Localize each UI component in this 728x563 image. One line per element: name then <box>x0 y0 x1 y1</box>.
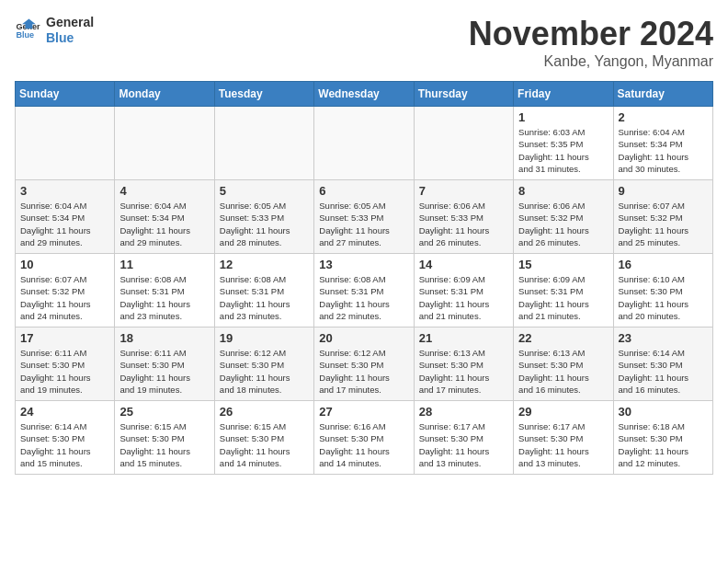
cell-info: Sunrise: 6:07 AM Sunset: 5:32 PM Dayligh… <box>619 200 708 248</box>
column-header-thursday: Thursday <box>414 82 513 107</box>
calendar-cell: 6Sunrise: 6:05 AM Sunset: 5:33 PM Daylig… <box>314 180 414 254</box>
cell-info: Sunrise: 6:13 AM Sunset: 5:30 PM Dayligh… <box>419 347 508 396</box>
cell-info: Sunrise: 6:06 AM Sunset: 5:33 PM Dayligh… <box>419 200 508 248</box>
cell-info: Sunrise: 6:15 AM Sunset: 5:30 PM Dayligh… <box>119 420 209 469</box>
day-number: 10 <box>20 258 109 271</box>
day-number: 12 <box>220 258 309 271</box>
column-header-tuesday: Tuesday <box>214 82 313 107</box>
day-number: 7 <box>419 184 508 198</box>
svg-text:Blue: Blue <box>16 30 34 40</box>
cell-info: Sunrise: 6:05 AM Sunset: 5:33 PM Dayligh… <box>220 200 309 248</box>
calendar-cell <box>16 107 115 180</box>
logo-icon: General Blue <box>15 17 40 43</box>
cell-info: Sunrise: 6:03 AM Sunset: 5:35 PM Dayligh… <box>518 126 608 175</box>
calendar-cell: 26Sunrise: 6:15 AM Sunset: 5:30 PM Dayli… <box>214 401 313 475</box>
cell-info: Sunrise: 6:14 AM Sunset: 5:30 PM Dayligh… <box>20 420 109 469</box>
day-number: 11 <box>119 258 209 271</box>
day-number: 23 <box>619 331 708 345</box>
column-header-wednesday: Wednesday <box>314 82 414 107</box>
calendar-cell: 23Sunrise: 6:14 AM Sunset: 5:30 PM Dayli… <box>613 327 712 401</box>
calendar-cell: 11Sunrise: 6:08 AM Sunset: 5:31 PM Dayli… <box>115 254 214 327</box>
calendar-cell: 27Sunrise: 6:16 AM Sunset: 5:30 PM Dayli… <box>314 401 414 475</box>
column-header-saturday: Saturday <box>613 82 712 107</box>
calendar-cell: 24Sunrise: 6:14 AM Sunset: 5:30 PM Dayli… <box>16 401 115 475</box>
cell-info: Sunrise: 6:08 AM Sunset: 5:31 PM Dayligh… <box>220 273 309 322</box>
cell-info: Sunrise: 6:08 AM Sunset: 5:31 PM Dayligh… <box>119 273 209 322</box>
calendar-cell: 29Sunrise: 6:17 AM Sunset: 5:30 PM Dayli… <box>514 401 613 475</box>
day-number: 20 <box>319 331 408 345</box>
calendar-cell: 21Sunrise: 6:13 AM Sunset: 5:30 PM Dayli… <box>414 327 513 401</box>
cell-info: Sunrise: 6:13 AM Sunset: 5:30 PM Dayligh… <box>518 347 608 396</box>
calendar-cell: 7Sunrise: 6:06 AM Sunset: 5:33 PM Daylig… <box>414 180 513 254</box>
location-title: Kanbe, Yangon, Myanmar <box>469 53 713 70</box>
calendar-cell: 30Sunrise: 6:18 AM Sunset: 5:30 PM Dayli… <box>613 401 712 475</box>
day-number: 18 <box>119 331 209 345</box>
month-title: November 2024 <box>469 15 713 53</box>
cell-info: Sunrise: 6:07 AM Sunset: 5:32 PM Dayligh… <box>20 273 109 322</box>
calendar-cell: 13Sunrise: 6:08 AM Sunset: 5:31 PM Dayli… <box>314 254 414 327</box>
calendar-cell: 19Sunrise: 6:12 AM Sunset: 5:30 PM Dayli… <box>214 327 313 401</box>
cell-info: Sunrise: 6:05 AM Sunset: 5:33 PM Dayligh… <box>319 200 408 248</box>
day-number: 3 <box>20 184 109 198</box>
calendar-cell: 10Sunrise: 6:07 AM Sunset: 5:32 PM Dayli… <box>16 254 115 327</box>
cell-info: Sunrise: 6:04 AM Sunset: 5:34 PM Dayligh… <box>20 200 109 248</box>
day-number: 1 <box>518 110 608 124</box>
calendar-cell: 25Sunrise: 6:15 AM Sunset: 5:30 PM Dayli… <box>115 401 214 475</box>
day-number: 14 <box>419 258 508 271</box>
calendar-cell <box>115 107 214 180</box>
calendar-cell: 8Sunrise: 6:06 AM Sunset: 5:32 PM Daylig… <box>514 180 613 254</box>
logo: General Blue General Blue <box>15 15 94 46</box>
column-header-monday: Monday <box>115 82 214 107</box>
calendar-cell: 5Sunrise: 6:05 AM Sunset: 5:33 PM Daylig… <box>214 180 313 254</box>
day-number: 25 <box>119 405 209 419</box>
title-block: November 2024 Kanbe, Yangon, Myanmar <box>469 15 713 70</box>
calendar-header-row: SundayMondayTuesdayWednesdayThursdayFrid… <box>16 82 713 107</box>
day-number: 22 <box>518 331 608 345</box>
calendar-cell: 16Sunrise: 6:10 AM Sunset: 5:30 PM Dayli… <box>613 254 712 327</box>
week-row-4: 17Sunrise: 6:11 AM Sunset: 5:30 PM Dayli… <box>16 327 713 401</box>
cell-info: Sunrise: 6:17 AM Sunset: 5:30 PM Dayligh… <box>419 420 508 469</box>
calendar-cell: 20Sunrise: 6:12 AM Sunset: 5:30 PM Dayli… <box>314 327 414 401</box>
day-number: 27 <box>319 405 408 419</box>
day-number: 8 <box>518 184 608 198</box>
calendar-cell: 15Sunrise: 6:09 AM Sunset: 5:31 PM Dayli… <box>514 254 613 327</box>
cell-info: Sunrise: 6:17 AM Sunset: 5:30 PM Dayligh… <box>518 420 608 469</box>
cell-info: Sunrise: 6:11 AM Sunset: 5:30 PM Dayligh… <box>20 347 109 396</box>
calendar-cell <box>214 107 313 180</box>
day-number: 17 <box>20 331 109 345</box>
day-number: 16 <box>619 258 708 271</box>
cell-info: Sunrise: 6:04 AM Sunset: 5:34 PM Dayligh… <box>619 126 708 175</box>
calendar-cell: 14Sunrise: 6:09 AM Sunset: 5:31 PM Dayli… <box>414 254 513 327</box>
calendar-cell: 18Sunrise: 6:11 AM Sunset: 5:30 PM Dayli… <box>115 327 214 401</box>
calendar-table: SundayMondayTuesdayWednesdayThursdayFrid… <box>15 81 713 475</box>
calendar-cell <box>314 107 414 180</box>
cell-info: Sunrise: 6:11 AM Sunset: 5:30 PM Dayligh… <box>119 347 209 396</box>
calendar-cell: 4Sunrise: 6:04 AM Sunset: 5:34 PM Daylig… <box>115 180 214 254</box>
cell-info: Sunrise: 6:04 AM Sunset: 5:34 PM Dayligh… <box>119 200 209 248</box>
calendar-cell: 28Sunrise: 6:17 AM Sunset: 5:30 PM Dayli… <box>414 401 513 475</box>
day-number: 29 <box>518 405 608 419</box>
cell-info: Sunrise: 6:18 AM Sunset: 5:30 PM Dayligh… <box>619 420 708 469</box>
logo-line2: Blue <box>46 30 94 46</box>
cell-info: Sunrise: 6:15 AM Sunset: 5:30 PM Dayligh… <box>220 420 309 469</box>
logo-line1: General <box>46 15 94 30</box>
calendar-cell: 2Sunrise: 6:04 AM Sunset: 5:34 PM Daylig… <box>613 107 712 180</box>
cell-info: Sunrise: 6:08 AM Sunset: 5:31 PM Dayligh… <box>319 273 408 322</box>
day-number: 13 <box>319 258 408 271</box>
day-number: 21 <box>419 331 508 345</box>
calendar-cell: 3Sunrise: 6:04 AM Sunset: 5:34 PM Daylig… <box>16 180 115 254</box>
cell-info: Sunrise: 6:12 AM Sunset: 5:30 PM Dayligh… <box>319 347 408 396</box>
calendar-cell: 22Sunrise: 6:13 AM Sunset: 5:30 PM Dayli… <box>514 327 613 401</box>
cell-info: Sunrise: 6:12 AM Sunset: 5:30 PM Dayligh… <box>220 347 309 396</box>
day-number: 4 <box>119 184 209 198</box>
week-row-2: 3Sunrise: 6:04 AM Sunset: 5:34 PM Daylig… <box>16 180 713 254</box>
day-number: 30 <box>619 405 708 419</box>
page-header: General Blue General Blue November 2024 … <box>15 15 713 70</box>
week-row-3: 10Sunrise: 6:07 AM Sunset: 5:32 PM Dayli… <box>16 254 713 327</box>
calendar-cell: 17Sunrise: 6:11 AM Sunset: 5:30 PM Dayli… <box>16 327 115 401</box>
week-row-5: 24Sunrise: 6:14 AM Sunset: 5:30 PM Dayli… <box>16 401 713 475</box>
calendar-cell: 9Sunrise: 6:07 AM Sunset: 5:32 PM Daylig… <box>613 180 712 254</box>
cell-info: Sunrise: 6:09 AM Sunset: 5:31 PM Dayligh… <box>419 273 508 322</box>
column-header-friday: Friday <box>514 82 613 107</box>
day-number: 19 <box>220 331 309 345</box>
